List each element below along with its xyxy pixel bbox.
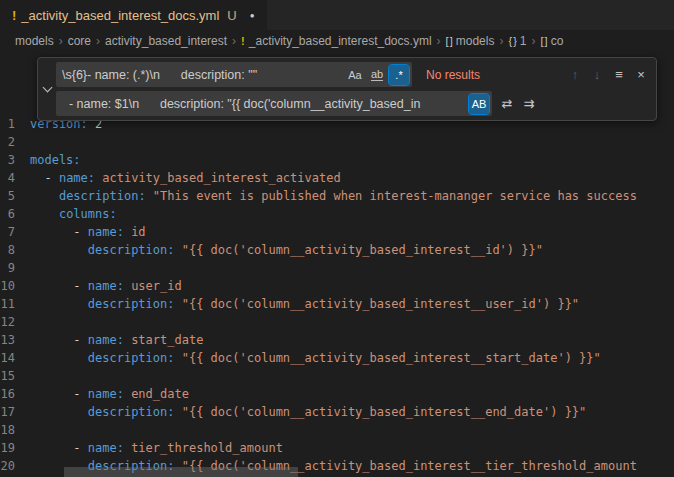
editor-tab[interactable]: ! _activity_based_interest_docs.yml U ● <box>0 0 267 30</box>
symbol-icon: [ ] <box>446 35 452 47</box>
breadcrumb-item[interactable]: activity_based_interest <box>105 34 227 48</box>
code-line: 4 - name: activity_based_interest_activa… <box>0 169 674 187</box>
line-content: description: "{{ doc('column__activity_b… <box>30 241 543 259</box>
regex-toggle[interactable]: .* <box>389 65 409 85</box>
find-replace-widget: Aa ab .* No results ↑ ↓ <box>37 57 657 121</box>
file-problem-icon: ! <box>241 35 245 47</box>
breadcrumb-label: models <box>456 34 495 48</box>
breadcrumb-separator-icon: › <box>232 34 236 48</box>
breadcrumb-item[interactable]: !_activity_based_interest_docs.yml <box>241 34 431 48</box>
match-case-toggle[interactable]: Aa <box>345 65 365 85</box>
line-number: 15 <box>0 367 30 385</box>
breadcrumb-label: co <box>551 34 564 48</box>
breadcrumb-item[interactable]: [ ]co <box>541 34 564 48</box>
replace-input[interactable] <box>62 97 466 111</box>
code-line: 17 description: "{{ doc('column__activit… <box>0 403 674 421</box>
arrow-up-icon: ↑ <box>572 67 579 82</box>
line-number: 4 <box>0 169 30 187</box>
breadcrumb-item[interactable]: { }1 <box>508 34 526 48</box>
line-content: description: "{{ doc('column__activity_b… <box>30 403 586 421</box>
file-problem-icon: ! <box>12 8 16 23</box>
arrow-down-icon: ↓ <box>594 67 601 82</box>
replace-input-box: AB <box>56 91 492 116</box>
line-content: columns: <box>30 205 117 223</box>
code-line: 16 - name: end_date <box>0 385 674 403</box>
breadcrumb-separator-icon: › <box>96 34 100 48</box>
symbol-icon: { } <box>508 35 515 47</box>
line-number: 3 <box>0 151 30 169</box>
find-input[interactable] <box>62 68 342 82</box>
line-content: - name: activity_based_interest_activate… <box>30 169 341 187</box>
line-number: 2 <box>0 133 30 151</box>
line-content: - name: end_date <box>30 385 189 403</box>
git-status-badge: U <box>227 8 236 23</box>
whole-word-toggle[interactable]: ab <box>367 65 387 85</box>
line-number: 17 <box>0 403 30 421</box>
close-icon: × <box>637 67 645 82</box>
breadcrumb: models›core›activity_based_interest›!_ac… <box>0 30 674 52</box>
editor-pane: Aa ab .* No results ↑ ↓ <box>0 52 674 477</box>
line-content: - name: start_date <box>30 331 203 349</box>
line-number: 16 <box>0 385 30 403</box>
preserve-case-toggle[interactable]: AB <box>469 94 489 114</box>
code-line: 13 - name: start_date <box>0 331 674 349</box>
breadcrumb-label: 1 <box>520 34 527 48</box>
breadcrumb-label: models <box>15 34 54 48</box>
breadcrumb-separator-icon: › <box>532 34 536 48</box>
line-number: 13 <box>0 331 30 349</box>
breadcrumb-separator-icon: › <box>499 34 503 48</box>
breadcrumb-item[interactable]: core <box>68 34 91 48</box>
code-line: 19 - name: tier_threshold_amount <box>0 439 674 457</box>
line-number: 8 <box>0 241 30 259</box>
line-number: 11 <box>0 295 30 313</box>
code-line: 5 description: "This event is published … <box>0 187 674 205</box>
replace-row: AB ⇄ ⇉ <box>56 91 652 116</box>
code-line: 7 - name: id <box>0 223 674 241</box>
code-line: 3models: <box>0 151 674 169</box>
dirty-indicator-icon[interactable]: ● <box>250 11 255 20</box>
code-line: 8 description: "{{ doc('column__activity… <box>0 241 674 259</box>
line-content: description: "This event is published wh… <box>30 187 637 205</box>
line-number: 7 <box>0 223 30 241</box>
find-in-selection-button[interactable]: ≡ <box>608 64 630 86</box>
code-line: 6 columns: <box>0 205 674 223</box>
line-number: 6 <box>0 205 30 223</box>
replace-icon: ⇄ <box>502 96 513 111</box>
breadcrumb-item[interactable]: models <box>15 34 54 48</box>
match-case-icon: Aa <box>348 69 361 81</box>
find-input-box: Aa ab .* <box>56 62 412 87</box>
line-content: description: "{{ doc('column__activity_b… <box>30 349 601 367</box>
breadcrumb-label: _activity_based_interest_docs.yml <box>249 34 432 48</box>
replace-all-button[interactable]: ⇉ <box>518 93 540 115</box>
toggle-replace-button[interactable] <box>38 62 56 116</box>
breadcrumb-label: core <box>68 34 91 48</box>
regex-icon: .* <box>395 69 402 81</box>
replace-button[interactable]: ⇄ <box>496 93 518 115</box>
code-line: 18 <box>0 421 674 439</box>
breadcrumb-label: activity_based_interest <box>105 34 227 48</box>
code-line: 11 description: "{{ doc('column__activit… <box>0 295 674 313</box>
line-number: 1 <box>0 115 30 133</box>
line-content: models: <box>30 151 81 169</box>
previous-match-button[interactable]: ↑ <box>564 64 586 86</box>
code-line: 10 - name: user_id <box>0 277 674 295</box>
symbol-icon: [ ] <box>541 35 547 47</box>
replace-all-icon: ⇉ <box>524 96 535 111</box>
breadcrumb-item[interactable]: [ ]models <box>446 34 495 48</box>
line-number: 10 <box>0 277 30 295</box>
line-number: 20 <box>0 457 30 475</box>
next-match-button[interactable]: ↓ <box>586 64 608 86</box>
line-number: 12 <box>0 313 30 331</box>
breadcrumb-separator-icon: › <box>59 34 63 48</box>
line-content: description: "{{ doc('column__activity_b… <box>30 295 579 313</box>
line-number: 5 <box>0 187 30 205</box>
code-line: 12 <box>0 313 674 331</box>
preserve-case-icon: AB <box>472 98 487 110</box>
chevron-down-icon <box>42 82 52 92</box>
line-content: - name: user_id <box>30 277 182 295</box>
code-line: 9 <box>0 259 674 277</box>
horizontal-scrollbar[interactable] <box>64 467 298 477</box>
tab-bar: ! _activity_based_interest_docs.yml U ● <box>0 0 674 30</box>
close-find-button[interactable]: × <box>630 64 652 86</box>
line-number: 9 <box>0 259 30 277</box>
